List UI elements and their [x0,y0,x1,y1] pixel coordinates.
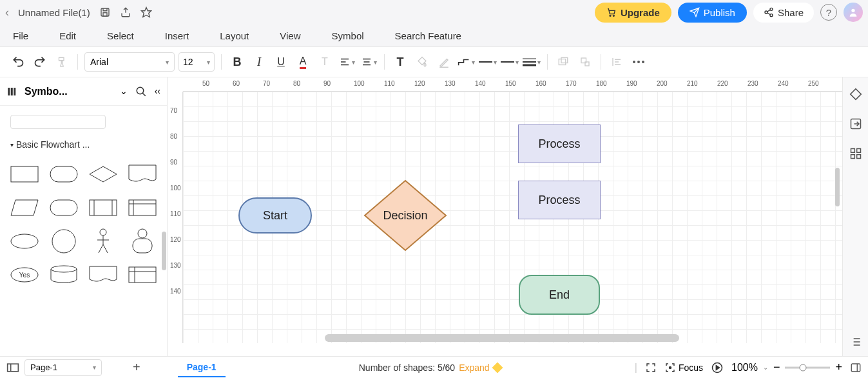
redo-button[interactable] [31,53,49,71]
share-button[interactable]: Share [753,3,814,23]
bold-button[interactable]: B [228,53,246,71]
zoom-in-button[interactable]: + [835,361,842,374]
svg-rect-52 [851,149,854,153]
svg-marker-50 [850,89,861,100]
focus-button[interactable]: Focus [664,362,703,373]
svg-rect-56 [8,364,19,372]
diamond-icon [492,362,503,373]
shape-process-2[interactable]: Process [518,181,601,219]
svg-marker-30 [11,200,38,215]
font-color-button[interactable]: A [294,53,312,71]
svg-rect-28 [50,166,77,182]
shape-decision[interactable]: Decision [363,179,447,252]
line-weight-button[interactable]: ▾ [523,53,541,71]
group-button[interactable] [554,53,572,71]
palette-person[interactable] [85,226,122,257]
user-avatar[interactable] [844,3,863,22]
menu-select[interactable]: Select [107,30,134,41]
palette-internal-storage[interactable] [124,192,160,223]
collapse-icon[interactable]: ‹‹ [155,86,160,97]
sidebar-scrollbar[interactable] [162,232,166,270]
sidebar-title: Symbo... [24,86,113,97]
more-button[interactable] [630,53,648,71]
palette-ellipse[interactable] [6,226,43,257]
align-button[interactable] [608,53,626,71]
svg-point-6 [765,11,767,14]
align-h-button[interactable]: ▾ [338,53,356,71]
italic-button[interactable]: I [250,53,268,71]
ungroup-button[interactable] [576,53,594,71]
menu-file[interactable]: File [13,30,28,41]
fill-button[interactable] [413,53,431,71]
palette-circle[interactable] [46,226,82,257]
line-color-button[interactable] [435,53,453,71]
zoom-out-button[interactable]: − [773,361,780,374]
shape-end[interactable]: End [519,275,600,315]
palette-rounded-rect[interactable] [46,159,82,190]
strikethrough-button[interactable]: T [316,53,334,71]
help-button[interactable]: ? [820,4,837,21]
save-icon[interactable] [99,6,111,18]
fullscreen-icon[interactable] [645,362,657,373]
menu-search-feature[interactable]: Search Feature [395,30,461,41]
upgrade-button[interactable]: Upgrade [595,3,671,23]
add-page-button[interactable]: + [133,360,140,375]
canvas-scrollbar-vertical[interactable] [835,168,840,206]
undo-button[interactable] [9,53,27,71]
palette-capsule[interactable] [46,192,82,223]
ruler-vertical: 70 80 90 100 110 120 130 140 [168,92,183,343]
palette-rounded-square[interactable] [124,226,160,257]
underline-button[interactable]: U [272,53,290,71]
palette-card[interactable] [85,259,122,290]
shape-start[interactable]: Start [238,197,312,234]
theme-button[interactable] [848,86,863,102]
svg-point-62 [800,364,806,371]
menu-view[interactable]: View [280,30,300,41]
page-tab[interactable]: Page-1 [178,358,226,377]
svg-point-39 [52,230,75,253]
svg-marker-29 [90,166,117,182]
shape-process-1[interactable]: Process [518,124,601,163]
back-button[interactable]: ‹ [5,6,9,19]
star-icon[interactable] [140,6,152,18]
menu-layout[interactable]: Layout [220,30,249,41]
list-panel-button[interactable] [848,334,863,350]
expand-link[interactable]: Expand [459,363,489,373]
palette-diamond[interactable] [85,159,122,190]
palette-document[interactable] [124,159,160,190]
palette-table[interactable] [124,259,160,290]
export-panel-button[interactable] [848,116,863,132]
menu-insert[interactable]: Insert [165,30,189,41]
format-painter-button[interactable] [53,53,71,71]
publish-button[interactable]: Publish [678,3,747,23]
palette-predefined[interactable] [85,192,122,223]
palette-cylinder[interactable] [46,259,82,290]
category-header[interactable]: ▾ Basic Flowchart ... [3,133,164,156]
font-select[interactable]: Arial▾ [84,52,175,72]
fit-icon[interactable] [711,361,724,374]
expand-chevron-icon[interactable]: ⌄ [120,86,128,97]
text-button[interactable]: T [391,53,409,71]
palette-yes[interactable]: Yes [6,259,43,290]
palette-parallelogram[interactable] [6,192,43,223]
search-icon[interactable] [135,86,147,97]
font-size-select[interactable]: 12▾ [178,52,215,72]
export-icon[interactable] [120,6,131,18]
line-style-button[interactable]: ▾ [479,53,497,71]
connector-button[interactable]: ▾ [457,53,475,71]
panel-toggle-icon[interactable] [850,362,862,373]
arrow-style-button[interactable]: ▾ [501,53,519,71]
search-shapes-input[interactable] [10,115,106,129]
page-select[interactable]: Page-1▾ [24,359,102,376]
menu-symbol[interactable]: Symbol [332,30,364,41]
zoom-slider[interactable] [785,364,830,372]
canvas[interactable]: Start Decision Process Process End [183,92,842,343]
palette-rectangle[interactable] [6,159,43,190]
zoom-dropdown[interactable]: ⌄ [763,364,768,371]
align-v-button[interactable]: ▾ [360,53,378,71]
zoom-level: 100% [731,362,758,373]
grid-panel-button[interactable] [848,146,863,161]
canvas-scrollbar-horizontal[interactable] [325,334,679,342]
pages-icon[interactable] [6,363,19,373]
menu-edit[interactable]: Edit [59,30,76,41]
